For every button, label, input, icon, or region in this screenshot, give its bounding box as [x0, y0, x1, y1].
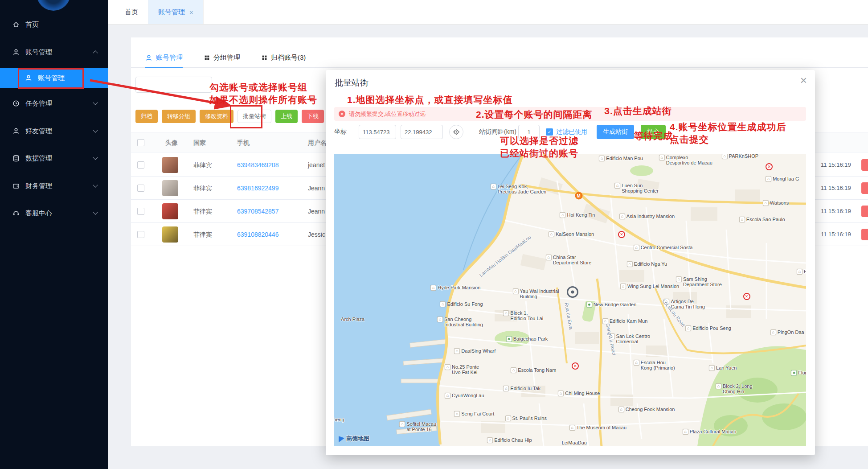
building-poi-icon: ⌂ — [437, 317, 443, 322]
building-poi-icon: ⌂ — [627, 261, 633, 267]
close-icon[interactable]: × — [800, 74, 807, 86]
archive-button[interactable]: 归档 — [135, 110, 158, 123]
sidebar-item-home[interactable]: 首页 — [0, 13, 108, 36]
sidebar-item-task-management[interactable]: 任务管理 — [0, 92, 108, 115]
map-canvas[interactable]: ⌂PARKnSHOP⌂Edificio Man Pou⌂ComplexoDesp… — [334, 154, 806, 446]
sidebar-item-label: 账号管理 — [38, 74, 65, 82]
tab-account[interactable]: 账号管理 — [135, 48, 193, 67]
latitude-input[interactable] — [401, 125, 443, 139]
map-poi-label: ⌂Asia Industry Mansion — [619, 214, 675, 219]
map-poi-label: ⌂Luen SunShopping Center — [614, 183, 659, 193]
building-poi-icon: ⌂ — [716, 383, 721, 389]
poi-text: No.25 PonteUvo Fat Kei — [452, 364, 479, 375]
building-poi-icon: ⌂ — [503, 310, 509, 316]
building-poi-icon: ⌂ — [454, 411, 460, 417]
phone-link[interactable]: 639483469208 — [237, 153, 278, 177]
row-checkbox[interactable] — [137, 208, 144, 215]
offline-button[interactable]: 下线 — [302, 110, 324, 123]
button-label: 修改资料 — [205, 112, 228, 120]
panel-tabs: 账号管理分组管理归档账号(3) — [131, 48, 868, 68]
action-button-fragment[interactable] — [861, 182, 868, 194]
filter-label[interactable]: 过滤已使用 — [556, 128, 587, 136]
map-poi-label: ⌂Block 2, LongChing Hin — [716, 383, 753, 394]
poi-text: Chi Ming House — [565, 391, 600, 396]
poi-text: Edifi — [804, 269, 806, 274]
country-cell: 菲律宾 — [193, 223, 212, 246]
submit-button[interactable]: 提交 — [641, 125, 666, 139]
row-checkbox[interactable] — [137, 231, 144, 238]
modal-title: 批量站街 — [335, 77, 368, 89]
tab-group[interactable]: 分组管理 — [193, 48, 251, 67]
map-poi-label: ⌂Wing Sung Lei Mansion — [620, 284, 679, 289]
account-management-tab[interactable]: 账号管理× — [148, 0, 204, 24]
poi-text: Escola Sao Paulo — [746, 217, 785, 222]
map-poi-label: ⌂No.25 PonteUvo Fat Kei — [445, 364, 479, 375]
avatar — [162, 203, 178, 219]
row-checkbox[interactable] — [137, 161, 144, 169]
app-root: 首页账号管理账号管理任务管理好友管理数据管理财务管理客服中心 首页账号管理× 账… — [0, 0, 868, 469]
building-poi-icon: ⌂ — [683, 429, 688, 435]
amap-logo: 高德地图 — [339, 435, 369, 443]
chevron-down-icon — [93, 128, 98, 132]
row-checkbox[interactable] — [137, 185, 144, 192]
sidebar-item-account-management-sub[interactable]: 账号管理 — [0, 68, 108, 88]
sidebar-item-service-center[interactable]: 客服中心 — [0, 202, 108, 224]
action-button-fragment[interactable] — [861, 229, 868, 240]
map-poi-label: ⌂Escola Sao Paulo — [739, 217, 785, 222]
map-poi-label: ⌂Watsons — [763, 200, 789, 206]
pick-location-button[interactable] — [449, 125, 463, 139]
map-poi-label: ⌂Lei Seng Kok,Precious Jade Garden — [491, 184, 546, 194]
building-poi-icon: ⌂ — [619, 214, 625, 219]
sidebar-item-account-management[interactable]: 账号管理 — [0, 41, 108, 63]
poi-text: Cheong Fook Mansion — [626, 407, 675, 412]
poi-text: Asia Industry Mansion — [626, 214, 675, 219]
poi-text: ComplexoDesportivo de Macau — [666, 155, 712, 165]
filter-checkbox[interactable]: ✓ — [546, 128, 553, 136]
online-button[interactable]: 上线 — [275, 110, 298, 123]
user-icon — [25, 74, 32, 82]
phone-link[interactable]: 639108820446 — [237, 223, 278, 246]
generate-street-button[interactable]: 生成站街 — [597, 125, 634, 139]
action-button-fragment[interactable] — [861, 159, 868, 171]
transfer-group-button[interactable]: 转移分组 — [162, 110, 196, 123]
map-poi-label: ⌂Edificio Su Fong — [440, 301, 483, 307]
close-tab-icon[interactable]: × — [189, 8, 193, 16]
distance-label: 站街间距(km) — [479, 128, 516, 136]
sidebar-item-finance-management[interactable]: 财务管理 — [0, 175, 108, 197]
map-poi-label: ⌂Sofitel Macauat Ponte 16 — [399, 421, 436, 432]
distance-input[interactable] — [518, 125, 540, 139]
school-poi-icon: ⌂ — [739, 217, 745, 222]
home-tab[interactable]: 首页 — [115, 0, 148, 24]
database-icon — [12, 155, 20, 162]
building-poi-icon: ⌂ — [487, 437, 493, 443]
map-poi-label: ⌂Plaza Cultural Macao — [683, 429, 737, 435]
tab-label: 账号管理 — [156, 53, 183, 62]
sidebar-item-label: 好友管理 — [25, 127, 52, 136]
tab-archived[interactable]: 归档账号(3) — [251, 48, 316, 67]
poi-text: Block 2, LongChing Hin — [723, 383, 753, 394]
wharf-poi-icon: ⌂ — [445, 364, 450, 370]
poi-text: PingOn Daa — [778, 329, 804, 335]
poi-text: Baigechao Park — [513, 336, 548, 341]
chevron-down-icon — [93, 155, 98, 160]
map-poi-label: ⌂Escola HouKong (Primario) — [634, 360, 675, 370]
longitude-input[interactable] — [359, 125, 396, 139]
poi-text: Flora — [798, 370, 806, 375]
building-poi-icon: ⌂ — [766, 176, 771, 182]
action-button-fragment[interactable] — [861, 206, 868, 217]
batch-street-button[interactable]: 批量站街 — [237, 110, 271, 123]
poi-text: Artigos DeCama Tin Hong — [671, 299, 704, 309]
search-input[interactable] — [135, 77, 212, 93]
poi-text: San CheongIndustrial Building — [444, 317, 483, 327]
map-poi-label: ⌂Block 1,Edificio Tou Lai — [503, 310, 543, 321]
phone-link[interactable]: 639816922499 — [237, 177, 278, 200]
sidebar-item-friend-management[interactable]: 好友管理 — [0, 120, 108, 142]
map-poi-label: ⌂Centro Comercial Sosta — [634, 245, 693, 251]
map-poi-label: ⌂Edificio Man Pou — [599, 156, 643, 161]
location-picker-icon[interactable] — [567, 286, 578, 298]
select-all-checkbox[interactable] — [137, 139, 144, 146]
sidebar-item-data-management[interactable]: 数据管理 — [0, 147, 108, 169]
map-poi-label: ⌂China StarDepartment Store — [546, 255, 592, 265]
edit-profile-button[interactable]: 修改资料 — [200, 110, 233, 123]
phone-link[interactable]: 639708542857 — [237, 200, 278, 223]
